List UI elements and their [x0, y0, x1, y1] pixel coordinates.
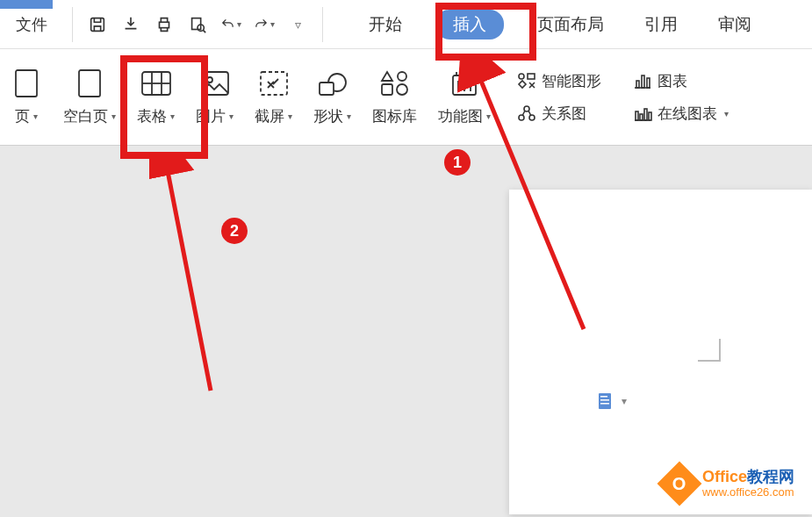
- file-menu[interactable]: 文件: [16, 14, 47, 35]
- svg-rect-45: [600, 403, 609, 405]
- picture-label: 图片: [196, 106, 226, 126]
- chevron-down-icon: ▾: [622, 395, 627, 407]
- smart-art-label: 智能图形: [542, 71, 601, 91]
- svg-rect-36: [647, 78, 650, 88]
- page-icon: [11, 68, 42, 99]
- picture-icon: [199, 68, 231, 99]
- chevron-down-icon: ▾: [111, 111, 116, 121]
- smart-art-icon: [517, 72, 536, 90]
- svg-rect-40: [644, 109, 647, 120]
- icon-library-button[interactable]: 图标库: [362, 61, 428, 133]
- screenshot-label: 截屏: [255, 106, 284, 126]
- relation-chart-icon: [517, 104, 536, 122]
- svg-rect-41: [649, 112, 651, 120]
- svg-rect-16: [382, 84, 392, 95]
- cover-page-label: 页: [15, 106, 30, 126]
- screenshot-button[interactable]: 截屏▾: [244, 61, 303, 133]
- svg-rect-39: [640, 114, 643, 120]
- shapes-label: 形状: [313, 106, 343, 126]
- svg-rect-0: [91, 18, 104, 31]
- paragraph-control[interactable]: ▾: [597, 391, 627, 411]
- tab-insert[interactable]: 插入: [435, 10, 504, 39]
- ribbon-tabs: 开始 插入 页面布局 引用 审阅: [362, 10, 758, 39]
- svg-rect-1: [160, 22, 169, 27]
- chevron-down-icon: ▾: [270, 19, 275, 29]
- tab-review[interactable]: 审阅: [711, 10, 758, 39]
- export-icon[interactable]: [120, 14, 141, 35]
- document-glyph-icon: [597, 391, 614, 411]
- relation-chart-label: 关系图: [542, 104, 586, 124]
- smart-art-button[interactable]: 智能图形: [510, 68, 608, 95]
- tab-page-layout[interactable]: 页面布局: [530, 10, 611, 39]
- svg-rect-35: [642, 75, 644, 88]
- qat-customize-icon[interactable]: ▿: [287, 14, 308, 35]
- chevron-down-icon: ▾: [170, 111, 175, 121]
- chevron-down-icon: ▾: [33, 111, 38, 121]
- cover-page-button[interactable]: 页▾: [0, 61, 53, 133]
- chart-icon: [633, 72, 652, 90]
- shapes-button[interactable]: 形状▾: [303, 61, 362, 133]
- shapes-icon: [317, 68, 349, 99]
- relation-chart-button[interactable]: 关系图: [510, 100, 608, 127]
- ribbon-column-2: 图表 在线图表 ▾: [617, 61, 744, 134]
- svg-point-15: [398, 72, 406, 81]
- quick-access-toolbar: ▾ ▾ ▿: [72, 7, 323, 42]
- svg-rect-2: [192, 18, 201, 29]
- svg-point-30: [529, 115, 535, 120]
- svg-point-29: [519, 115, 524, 120]
- screenshot-icon: [258, 68, 290, 99]
- top-bar: 文件 ▾ ▾ ▿ 开始 插入 页面布局 引用 审阅: [0, 0, 812, 49]
- table-button[interactable]: 表格▾: [126, 61, 185, 133]
- page-margin-mark: [698, 339, 721, 362]
- function-chart-icon: [449, 68, 480, 99]
- tab-references[interactable]: 引用: [637, 10, 685, 39]
- function-chart-button[interactable]: 功能图▾: [428, 61, 501, 133]
- table-icon: [140, 68, 172, 99]
- print-preview-icon[interactable]: [187, 14, 208, 35]
- chevron-down-icon: ▾: [229, 111, 234, 121]
- chevron-down-icon: ▾: [288, 111, 292, 121]
- document-canvas: ▾: [0, 146, 812, 517]
- watermark-url: www.office26.com: [702, 486, 794, 499]
- svg-rect-38: [636, 111, 638, 120]
- tab-start[interactable]: 开始: [362, 10, 409, 39]
- chart-button[interactable]: 图表: [626, 68, 736, 95]
- save-icon[interactable]: [87, 14, 108, 35]
- online-chart-button[interactable]: 在线图表 ▾: [626, 100, 736, 127]
- picture-button[interactable]: 图片▾: [185, 61, 244, 133]
- annotation-badge-2: 2: [221, 218, 248, 244]
- redo-icon[interactable]: ▾: [254, 14, 275, 35]
- svg-rect-14: [320, 83, 334, 95]
- chevron-down-icon: ▾: [237, 19, 241, 29]
- undo-icon[interactable]: ▾: [220, 14, 241, 35]
- blank-page-icon: [74, 68, 105, 99]
- annotation-badge-1: 1: [444, 149, 471, 176]
- svg-line-31: [522, 111, 525, 116]
- chevron-down-icon: ▾: [486, 111, 491, 121]
- table-label: 表格: [137, 106, 167, 126]
- svg-line-32: [528, 111, 531, 116]
- chevron-down-icon: ▾: [347, 111, 351, 121]
- icon-library-label: 图标库: [372, 106, 417, 126]
- online-chart-icon: [633, 104, 652, 122]
- svg-point-17: [397, 84, 407, 95]
- watermark-logo-icon: O: [658, 462, 702, 506]
- blank-page-button[interactable]: 空白页▾: [53, 61, 126, 133]
- document-page[interactable]: ▾: [509, 190, 812, 514]
- svg-point-26: [519, 74, 524, 79]
- watermark: O Office教程网 www.office26.com: [664, 468, 794, 499]
- watermark-title: Office教程网: [702, 469, 794, 486]
- svg-rect-10: [202, 72, 228, 95]
- svg-rect-5: [79, 70, 100, 97]
- svg-point-11: [207, 77, 212, 83]
- ribbon-insert: 页▾ 空白页▾ 表格▾ 图片▾ 截屏▾ 形状▾ 图标库: [0, 49, 812, 146]
- svg-rect-4: [16, 70, 37, 97]
- function-chart-label: 功能图: [438, 106, 483, 126]
- svg-rect-44: [600, 399, 609, 401]
- print-icon[interactable]: [154, 14, 175, 35]
- blank-page-label: 空白页: [63, 106, 108, 126]
- svg-rect-43: [600, 396, 607, 398]
- title-bar-accent: [0, 0, 53, 9]
- svg-rect-27: [528, 74, 535, 79]
- ribbon-column-1: 智能图形 关系图: [501, 61, 617, 134]
